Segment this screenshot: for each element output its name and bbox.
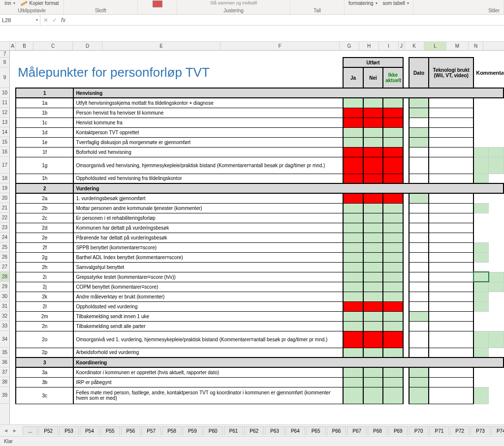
cell-nei[interactable] — [363, 157, 383, 174]
cell[interactable] — [473, 193, 504, 203]
cell[interactable] — [473, 262, 504, 272]
cell-dato[interactable] — [409, 203, 429, 213]
cell[interactable] — [10, 157, 16, 174]
cell[interactable] — [473, 137, 504, 147]
cell-ikke[interactable] — [383, 127, 403, 137]
sheet-tab[interactable]: P65 — [306, 426, 326, 435]
cell-tek[interactable] — [429, 377, 473, 387]
row-32[interactable]: 32 — [0, 311, 9, 321]
cell[interactable] — [403, 98, 409, 108]
cell-ja[interactable] — [343, 98, 363, 108]
sheet-tab[interactable]: P55 — [100, 426, 120, 435]
cell-ikke[interactable] — [383, 223, 403, 233]
cell-nei[interactable] — [363, 367, 383, 377]
cell-dato[interactable] — [409, 137, 429, 147]
cell-nei[interactable] — [363, 223, 383, 233]
cell[interactable] — [403, 387, 409, 404]
cell-tek[interactable] — [429, 147, 473, 157]
cell[interactable] — [473, 118, 504, 127]
sheet-tab[interactable]: P53 — [59, 426, 79, 435]
cell-ja[interactable] — [343, 348, 363, 357]
cell[interactable] — [10, 233, 16, 242]
cell-nei[interactable] — [363, 387, 383, 404]
cell-kom-l[interactable] — [473, 242, 488, 252]
cell-tek[interactable] — [429, 272, 473, 282]
cell[interactable] — [403, 252, 409, 262]
cell[interactable] — [10, 174, 16, 183]
cell-tek[interactable] — [429, 367, 473, 377]
cell[interactable] — [473, 108, 504, 118]
cell-dato[interactable] — [409, 272, 429, 282]
cell-ja[interactable] — [343, 301, 363, 311]
cell[interactable] — [403, 127, 409, 137]
cell-nei[interactable] — [363, 213, 383, 223]
cell[interactable] — [403, 292, 409, 301]
cell[interactable] — [10, 223, 16, 233]
cell[interactable] — [10, 147, 16, 157]
sheet-tab[interactable]: P61 — [224, 426, 244, 435]
cell[interactable] — [10, 88, 16, 98]
cell-nei[interactable] — [363, 147, 383, 157]
cell[interactable] — [403, 67, 409, 88]
cell-tek[interactable] — [429, 321, 473, 331]
cell-ikke[interactable] — [383, 193, 403, 203]
cell-kom-m[interactable] — [489, 157, 504, 174]
row-25[interactable]: 25 — [0, 242, 9, 252]
cell[interactable] — [10, 183, 16, 193]
cell-ja[interactable] — [343, 223, 363, 233]
cell-dato[interactable] — [409, 147, 429, 157]
cell[interactable] — [403, 58, 409, 67]
cell-kom-l[interactable] — [473, 282, 488, 292]
cell-kom-l[interactable] — [473, 252, 488, 262]
cond-format-button[interactable]: formatering — [348, 0, 374, 6]
cell-dato[interactable] — [409, 252, 429, 262]
cell-ja[interactable] — [343, 252, 363, 262]
cell-nei[interactable] — [363, 301, 383, 311]
cell[interactable] — [10, 252, 16, 262]
cell-tek[interactable] — [429, 252, 473, 262]
col-M[interactable]: M — [446, 42, 469, 50]
row-39[interactable]: 39 — [0, 387, 9, 404]
cell-ikke[interactable] — [383, 311, 403, 321]
row-17[interactable]: 17 — [0, 157, 9, 174]
row-8[interactable]: 8 — [0, 58, 9, 67]
cell-ikke[interactable] — [383, 242, 403, 252]
cell-tek[interactable] — [429, 311, 473, 321]
cell-kom-m[interactable] — [489, 331, 504, 348]
row-22[interactable]: 22 — [0, 213, 9, 223]
cell[interactable] — [489, 292, 504, 301]
cell[interactable] — [403, 262, 409, 272]
cell[interactable] — [403, 348, 409, 357]
cell-tek[interactable] — [429, 108, 473, 118]
cell-tek[interactable] — [429, 262, 473, 272]
row-24[interactable]: 24 — [0, 233, 9, 242]
cell-ja[interactable] — [343, 108, 363, 118]
cell-ja[interactable] — [343, 377, 363, 387]
cell-ikke[interactable] — [383, 137, 403, 147]
cell[interactable] — [403, 108, 409, 118]
cell-dato[interactable] — [409, 174, 429, 183]
row-34[interactable]: 34 — [0, 331, 9, 348]
cell-dato[interactable] — [409, 301, 429, 311]
row-36[interactable]: 36 — [0, 357, 9, 367]
col-D[interactable]: D — [73, 42, 102, 50]
cell-dato[interactable] — [409, 213, 429, 223]
row-30[interactable]: 30 — [0, 292, 9, 301]
cell[interactable] — [10, 348, 16, 357]
cell[interactable] — [403, 223, 409, 233]
cell[interactable] — [10, 213, 16, 223]
cell-ja[interactable] — [343, 242, 363, 252]
cell-nei[interactable] — [363, 331, 383, 348]
cell-dato[interactable] — [409, 331, 429, 348]
cell-ja[interactable] — [343, 127, 363, 137]
cell-nei[interactable] — [363, 233, 383, 242]
cell-tek[interactable] — [429, 387, 473, 404]
cell[interactable] — [10, 262, 16, 272]
cell-nei[interactable] — [363, 262, 383, 272]
cell-tek[interactable] — [429, 213, 473, 223]
formula-input[interactable] — [68, 15, 504, 25]
cell[interactable] — [10, 387, 16, 404]
cell[interactable] — [473, 223, 504, 233]
cell[interactable] — [10, 108, 16, 118]
cell[interactable] — [10, 127, 16, 137]
